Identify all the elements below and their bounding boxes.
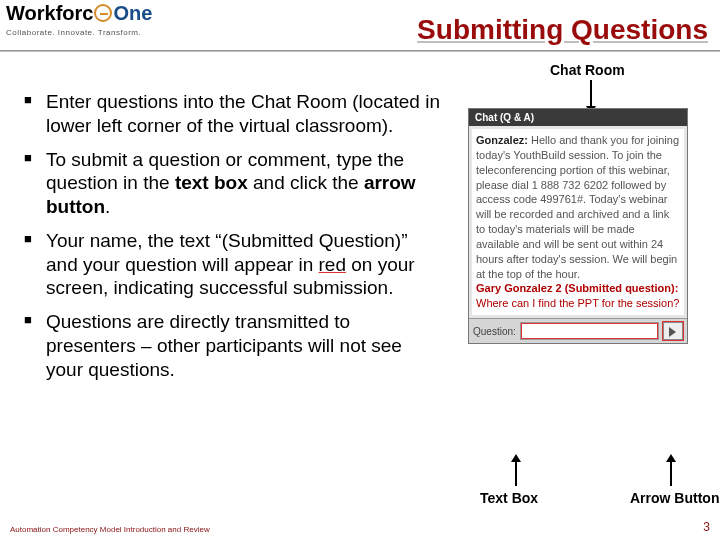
bullet-item: Questions are directly transmitted to pr… bbox=[24, 310, 444, 381]
chat-input-row: Question: bbox=[469, 318, 687, 343]
chat-panel: Chat (Q & A) Gonzalez: Hello and thank y… bbox=[468, 108, 688, 344]
slide-number: 3 bbox=[703, 520, 710, 534]
label-text-box: Text Box bbox=[480, 490, 538, 506]
chat-speaker: Gonzalez: bbox=[476, 134, 528, 146]
chat-transcript: Gonzalez: Hello and thank you for joinin… bbox=[472, 129, 684, 315]
chat-input-label: Question: bbox=[473, 326, 516, 337]
arrow-to-textbox bbox=[515, 460, 517, 486]
chat-submitted-text: Where can I find the PPT for the session… bbox=[476, 297, 679, 309]
bullet-list: Enter questions into the Chat Room (loca… bbox=[24, 90, 444, 391]
chat-text-input[interactable] bbox=[520, 322, 659, 340]
arrow-to-chat bbox=[590, 80, 592, 108]
footer-text: Automation Competency Model Introduction… bbox=[10, 525, 210, 534]
bullet-item: Enter questions into the Chat Room (loca… bbox=[24, 90, 444, 138]
logo-text-a: Workforc bbox=[6, 2, 93, 24]
chat-title-bar: Chat (Q & A) bbox=[469, 109, 687, 126]
header-divider bbox=[0, 50, 720, 52]
chat-submitted-name: Gary Gonzalez 2 (Submitted question): bbox=[476, 282, 678, 294]
logo-tagline: Collaborate. Innovate. Transform. bbox=[6, 28, 141, 37]
chat-message: Hello and thank you for joining today's … bbox=[476, 134, 679, 280]
label-chat-room: Chat Room bbox=[550, 62, 625, 78]
logo: WorkforcOne bbox=[6, 2, 152, 25]
logo-e-icon bbox=[94, 4, 112, 22]
bullet-item: Your name, the text “(Submitted Question… bbox=[24, 229, 444, 300]
bullet-item: To submit a question or comment, type th… bbox=[24, 148, 444, 219]
slide-title: Submitting Questions bbox=[417, 14, 708, 46]
chat-send-button[interactable] bbox=[663, 322, 683, 340]
logo-text-b: One bbox=[113, 2, 152, 24]
arrow-to-arrow-button bbox=[670, 460, 672, 486]
label-arrow-button: Arrow Button bbox=[630, 490, 720, 506]
